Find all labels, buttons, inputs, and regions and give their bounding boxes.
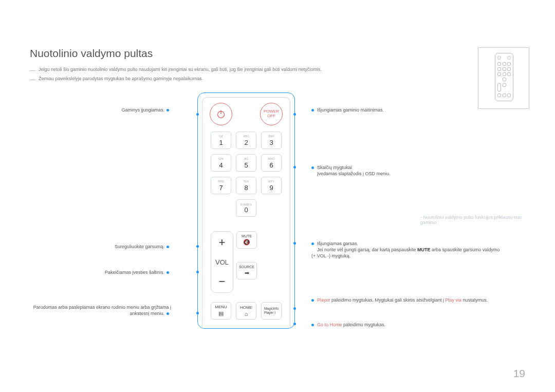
label-power-off: Išjungiamas gaminio maitinimas. <box>311 107 496 113</box>
remote: POWER OFF QZ1 ABC2 DEF3 GHI4 JKL5 MNO6 P… <box>197 92 295 329</box>
label-mute: Išjungiamas garsas. Jei norite vėl įjung… <box>311 240 502 259</box>
volume-rocker[interactable]: + VOL − <box>211 231 233 293</box>
key-5[interactable]: JKL5 <box>236 154 256 172</box>
volume-down-icon: − <box>219 276 226 287</box>
warning-note-2: Žemiau paveikslėlyje parodytas mygtukas … <box>30 76 525 82</box>
menu-button[interactable]: MENU ▤ <box>211 302 231 320</box>
source-button[interactable]: SOURCE ➡ <box>236 262 257 279</box>
label-player: Player paleidimo mygtukas. Mygtukai gali… <box>311 297 496 303</box>
mute-icon: 🔇 <box>243 239 250 246</box>
volume-up-icon: + <box>219 237 226 248</box>
volume-label: VOL <box>215 258 229 266</box>
key-1[interactable]: QZ1 <box>211 132 231 149</box>
label-power-on: Gaminys įjungiamas. <box>30 107 171 113</box>
key-2[interactable]: ABC2 <box>236 132 256 149</box>
label-numbers: Skaičių mygtukai Įvedamas slaptažodis į … <box>311 164 496 177</box>
label-home: Go to Home paleidimo mygtukas. <box>311 322 496 328</box>
magicinfo-button[interactable]: MagicInfo Player I <box>261 302 282 320</box>
key-3[interactable]: DEF3 <box>261 132 282 149</box>
key-6[interactable]: MNO6 <box>261 154 282 172</box>
page-title: Nuotolinio valdymo pultas <box>30 47 525 60</box>
warning-note-1: Jeigu netoli šio gaminio nuotolinio vald… <box>30 67 525 73</box>
page-number: 19 <box>513 367 525 380</box>
key-9[interactable]: WXY9 <box>261 177 282 194</box>
remote-locator-diagram <box>478 47 529 109</box>
label-source: Pakeičiamas įvesties šaltinis. <box>30 269 171 275</box>
key-4[interactable]: GHI4 <box>211 154 231 172</box>
home-button[interactable]: HOME ⌂ <box>236 302 256 320</box>
mute-button[interactable]: MUTE 🔇 <box>236 231 257 249</box>
power-on-button[interactable] <box>210 103 232 125</box>
home-icon: ⌂ <box>245 311 248 317</box>
key-7[interactable]: PRS7 <box>211 177 231 194</box>
power-icon <box>215 108 227 120</box>
power-off-button[interactable]: POWER OFF <box>260 103 283 125</box>
label-volume: Sureguliuokite garsumą. <box>30 244 171 250</box>
source-icon: ➡ <box>245 270 249 276</box>
side-note: Nuotolinio valdymo pulto funkcijos prikl… <box>420 215 528 225</box>
label-menu: Parodomas arba paslepiamas ekrano rodini… <box>30 304 171 316</box>
key-8[interactable]: TUV8 <box>236 177 256 194</box>
menu-icon: ▤ <box>218 310 224 317</box>
key-0[interactable]: SYMBOL0 <box>236 199 256 217</box>
